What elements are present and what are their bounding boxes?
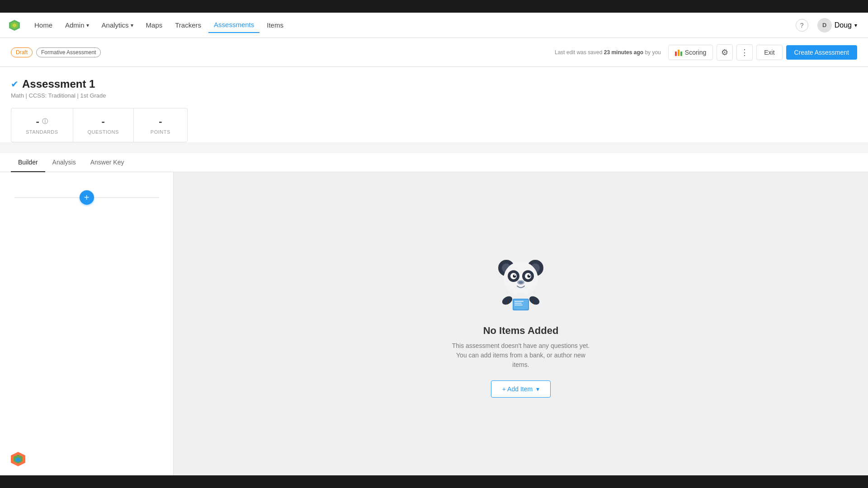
panda-illustration — [494, 255, 548, 316]
empty-state: No Items Added This assessment doesn't h… — [448, 255, 593, 398]
settings-button[interactable]: ⚙ — [717, 44, 733, 61]
tab-builder[interactable]: Builder — [11, 153, 45, 172]
add-section-button[interactable]: + — [80, 190, 94, 205]
help-button[interactable]: ? — [796, 19, 808, 32]
standards-info-icon[interactable]: ⓘ — [42, 117, 48, 126]
questions-label: QUESTIONS — [88, 129, 119, 135]
assessment-title-row: ✔ Assessment 1 — [11, 78, 857, 90]
create-assessment-button[interactable]: Create Assessment — [786, 45, 857, 60]
stat-card-points: - POINTS — [133, 108, 188, 142]
points-value: - — [159, 116, 162, 127]
add-item-button[interactable]: + Add Item ▾ — [491, 380, 551, 398]
standards-value: - — [36, 116, 39, 127]
svg-point-16 — [529, 275, 530, 276]
points-label: POINTS — [148, 129, 173, 135]
gear-icon: ⚙ — [721, 47, 728, 57]
analytics-chevron-icon: ▾ — [131, 22, 133, 28]
add-section-line: + — [14, 190, 159, 205]
section-line-right — [94, 197, 159, 198]
admin-chevron-icon: ▾ — [86, 22, 89, 28]
empty-state-description: This assessment doesn't have any questio… — [448, 341, 593, 370]
nav-item-analytics[interactable]: Analytics ▾ — [96, 18, 139, 33]
stat-card-questions: - QUESTIONS — [73, 108, 133, 142]
svg-rect-26 — [514, 305, 523, 305]
standards-label: STANDARDS — [26, 129, 58, 135]
nav-item-maps[interactable]: Maps — [141, 18, 168, 33]
nav-items: Home Admin ▾ Analytics ▾ Maps Trackers A… — [29, 17, 796, 33]
nav-item-trackers[interactable]: Trackers — [170, 18, 207, 33]
toolbar: Draft Formative Assessment Last edit was… — [0, 38, 868, 67]
add-item-label: + Add Item — [502, 385, 533, 393]
svg-rect-24 — [514, 301, 524, 302]
user-menu[interactable]: D Doug ▾ — [814, 16, 861, 34]
assessment-title: Assessment 1 — [22, 78, 95, 90]
nav-item-admin[interactable]: Admin ▾ — [60, 18, 94, 33]
svg-rect-25 — [514, 303, 522, 304]
stats-row: - ⓘ STANDARDS - QUESTIONS - POINTS — [11, 108, 857, 142]
svg-point-18 — [519, 281, 523, 284]
nav-right: ? D Doug ▾ — [796, 16, 861, 34]
empty-state-title: No Items Added — [483, 325, 559, 337]
stat-card-standards: - ⓘ STANDARDS — [11, 108, 73, 142]
more-icon: ⋮ — [741, 47, 749, 57]
nav-item-home[interactable]: Home — [29, 18, 58, 33]
user-name: Doug — [835, 21, 852, 29]
questions-value: - — [102, 116, 105, 127]
bottom-logo — [9, 450, 27, 470]
right-panel: No Items Added This assessment doesn't h… — [174, 172, 868, 481]
scoring-button[interactable]: Scoring — [668, 45, 713, 60]
toolbar-right: Last edit was saved 23 minutes ago by yo… — [555, 44, 857, 61]
nav-item-assessments[interactable]: Assessments — [208, 17, 259, 33]
assessment-meta: Math | CCSS: Traditional | 1st Grade — [11, 92, 857, 99]
more-options-button[interactable]: ⋮ — [736, 44, 753, 61]
nav-item-items[interactable]: Items — [261, 18, 289, 33]
scoring-icon — [675, 49, 682, 56]
user-chevron-icon: ▾ — [854, 22, 857, 28]
add-item-chevron-icon: ▾ — [536, 385, 539, 393]
formative-badge[interactable]: Formative Assessment — [36, 47, 101, 57]
toolbar-left: Draft Formative Assessment — [11, 47, 101, 57]
tab-answer-key[interactable]: Answer Key — [83, 153, 132, 172]
svg-point-15 — [514, 275, 516, 276]
app-logo[interactable] — [7, 18, 22, 33]
top-bar — [0, 0, 868, 13]
tabs: Builder Analysis Answer Key — [0, 153, 868, 172]
main-area: + — [0, 172, 868, 481]
left-panel: + — [0, 172, 174, 481]
avatar: D — [817, 18, 832, 33]
exit-button[interactable]: Exit — [756, 45, 782, 60]
save-time: 23 minutes ago — [604, 49, 643, 56]
content-area: ✔ Assessment 1 Math | CCSS: Traditional … — [0, 67, 868, 142]
draft-badge[interactable]: Draft — [11, 47, 33, 57]
verified-icon: ✔ — [11, 79, 19, 89]
tab-analysis[interactable]: Analysis — [45, 153, 83, 172]
bottom-bar — [0, 475, 868, 488]
save-info: Last edit was saved 23 minutes ago by yo… — [555, 49, 661, 56]
section-line-left — [14, 197, 80, 198]
navbar: Home Admin ▾ Analytics ▾ Maps Trackers A… — [0, 13, 868, 38]
